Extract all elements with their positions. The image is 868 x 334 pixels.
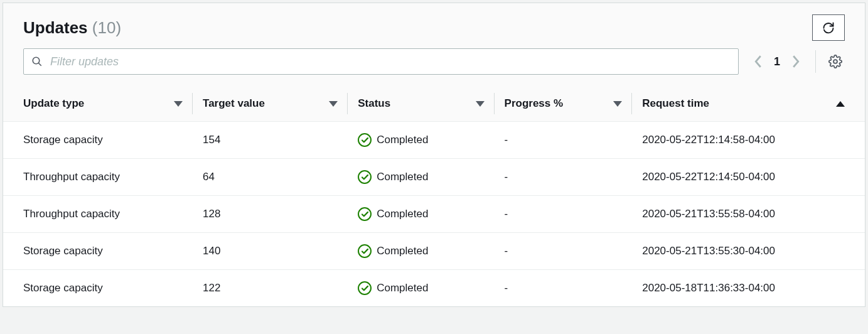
page-title: Updates (10) xyxy=(23,18,812,38)
cell-target-value: 64 xyxy=(193,159,348,196)
updates-table: Update type Target value Status xyxy=(3,86,865,306)
col-progress[interactable]: Progress % xyxy=(495,86,633,122)
gear-icon xyxy=(828,55,842,68)
col-label: Status xyxy=(358,97,390,110)
cell-status: Completed xyxy=(348,196,494,233)
svg-point-2 xyxy=(833,60,837,63)
sort-desc-icon xyxy=(613,101,622,107)
cell-request-time: 2020-05-22T12:14:58-04:00 xyxy=(632,122,865,159)
col-label: Progress % xyxy=(505,97,564,110)
chevron-left-icon xyxy=(754,55,763,68)
cell-request-time: 2020-05-21T13:55:58-04:00 xyxy=(632,196,865,233)
cell-status: Completed xyxy=(348,122,494,159)
table-row: Throughput capacity64Completed-2020-05-2… xyxy=(3,159,865,196)
table-header-row: Update type Target value Status xyxy=(3,86,865,122)
sort-desc-icon xyxy=(174,101,183,107)
page-number: 1 xyxy=(774,55,780,68)
refresh-button[interactable] xyxy=(812,14,845,41)
search-icon xyxy=(31,56,43,67)
cell-progress: - xyxy=(495,159,633,196)
cell-progress: - xyxy=(495,122,633,159)
cell-progress: - xyxy=(495,233,633,270)
cell-status: Completed xyxy=(348,159,494,196)
svg-point-0 xyxy=(33,57,40,64)
title-text: Updates xyxy=(23,18,88,37)
status-success-icon xyxy=(358,281,372,295)
col-status[interactable]: Status xyxy=(348,86,494,122)
panel-header: Updates (10) xyxy=(3,3,865,41)
col-label: Update type xyxy=(23,97,84,110)
status-success-icon xyxy=(358,207,372,221)
refresh-icon xyxy=(822,21,835,34)
prev-page-button[interactable] xyxy=(754,55,763,68)
cell-target-value: 128 xyxy=(193,196,348,233)
table-row: Storage capacity154Completed-2020-05-22T… xyxy=(3,122,865,159)
table-row: Throughput capacity128Completed-2020-05-… xyxy=(3,196,865,233)
cell-update-type: Throughput capacity xyxy=(3,196,193,233)
filter-container[interactable] xyxy=(23,48,739,75)
cell-update-type: Storage capacity xyxy=(3,233,193,270)
cell-target-value: 122 xyxy=(193,270,348,307)
status-text: Completed xyxy=(377,171,428,183)
col-label: Request time xyxy=(642,97,709,110)
col-target-value[interactable]: Target value xyxy=(193,86,348,122)
table-row: Storage capacity122Completed-2020-05-18T… xyxy=(3,270,865,307)
status-text: Completed xyxy=(377,134,428,146)
status-text: Completed xyxy=(377,282,428,294)
cell-progress: - xyxy=(495,270,633,307)
col-request-time[interactable]: Request time xyxy=(632,86,865,122)
cell-progress: - xyxy=(495,196,633,233)
cell-status: Completed xyxy=(348,270,494,307)
sort-desc-icon xyxy=(329,101,338,107)
col-label: Target value xyxy=(203,97,265,110)
cell-status: Completed xyxy=(348,233,494,270)
cell-request-time: 2020-05-21T13:55:30-04:00 xyxy=(632,233,865,270)
cell-update-type: Throughput capacity xyxy=(3,159,193,196)
next-page-button[interactable] xyxy=(791,55,800,68)
sort-asc-icon xyxy=(836,101,845,107)
cell-update-type: Storage capacity xyxy=(3,122,193,159)
updates-panel: Updates (10) 1 xyxy=(3,3,865,307)
table-row: Storage capacity140Completed-2020-05-21T… xyxy=(3,233,865,270)
cell-update-type: Storage capacity xyxy=(3,270,193,307)
cell-target-value: 140 xyxy=(193,233,348,270)
svg-line-1 xyxy=(38,63,41,66)
col-update-type[interactable]: Update type xyxy=(3,86,193,122)
status-text: Completed xyxy=(377,245,428,257)
status-success-icon xyxy=(358,133,372,147)
chevron-right-icon xyxy=(791,55,800,68)
status-success-icon xyxy=(358,170,372,184)
cell-target-value: 154 xyxy=(193,122,348,159)
sort-desc-icon xyxy=(476,101,485,107)
status-success-icon xyxy=(358,244,372,258)
title-count: (10) xyxy=(92,18,121,37)
status-text: Completed xyxy=(377,208,428,220)
settings-button[interactable] xyxy=(826,55,845,68)
separator xyxy=(815,50,816,73)
filter-input[interactable] xyxy=(49,55,731,69)
toolbar: 1 xyxy=(3,41,865,86)
cell-request-time: 2020-05-22T12:14:50-04:00 xyxy=(632,159,865,196)
pagination: 1 xyxy=(749,55,805,68)
cell-request-time: 2020-05-18T11:36:33-04:00 xyxy=(632,270,865,307)
